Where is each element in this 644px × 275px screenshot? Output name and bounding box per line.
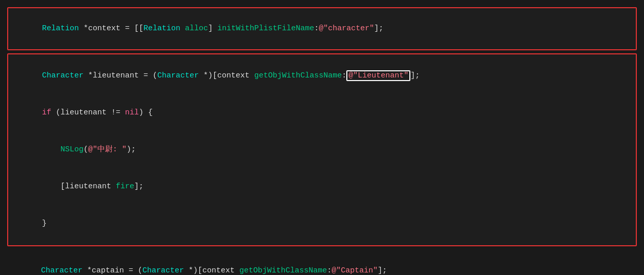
code-line-lt1: Character *lieutenant = (Character *)[co…	[14, 57, 630, 94]
normal-block-captain: Character *captain = (Character *)[conte…	[7, 249, 637, 275]
code-line-lt3: NSLog(@"中尉: ");	[14, 131, 630, 168]
code-line-lt5: }	[14, 205, 630, 242]
code-line-lt2: if (lieutenant != nil) {	[14, 94, 630, 131]
highlighted-block-1: Relation *context = [[Relation alloc] in…	[7, 7, 637, 50]
highlighted-block-2: Character *lieutenant = (Character *)[co…	[7, 53, 637, 246]
code-line: Relation *context = [[Relation alloc] in…	[14, 10, 630, 47]
code-line-cap1: Character *captain = (Character *)[conte…	[13, 252, 631, 275]
code-line-lt4: [lieutenant fire];	[14, 168, 630, 205]
lieutenant-string-highlight: @"Lieutenant"	[346, 70, 410, 81]
keyword-relation: Relation	[42, 24, 79, 33]
code-container: Relation *context = [[Relation alloc] in…	[0, 0, 644, 275]
